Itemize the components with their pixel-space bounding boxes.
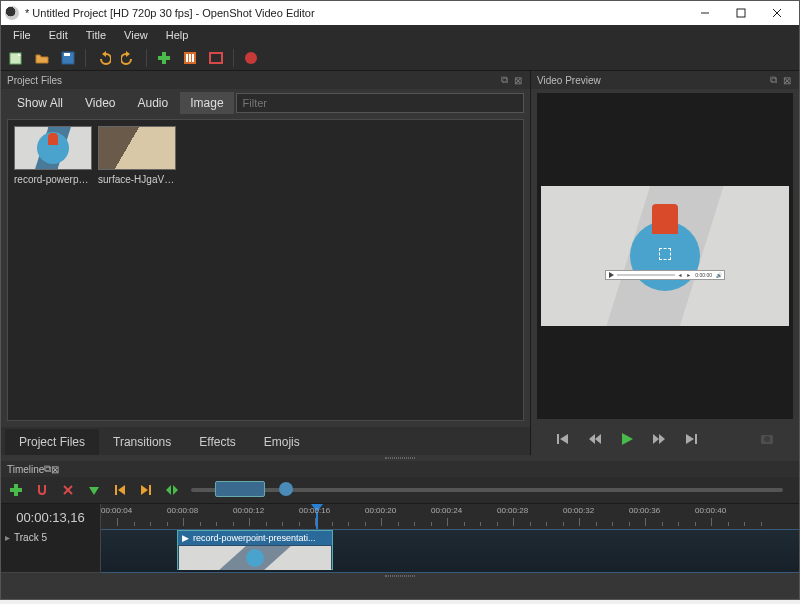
project-file-item[interactable]: record-powerpo...	[14, 126, 92, 414]
fast-forward-button[interactable]	[650, 430, 668, 448]
profile-button[interactable]	[179, 47, 201, 69]
menu-edit[interactable]: Edit	[41, 27, 76, 43]
project-file-item[interactable]: surface-HJgaV1...	[98, 126, 176, 414]
add-track-button[interactable]	[7, 481, 25, 499]
svg-marker-23	[653, 434, 659, 444]
svg-marker-22	[622, 433, 633, 445]
ruler-label: 00:00:36	[629, 506, 660, 515]
snapshot-button[interactable]	[758, 430, 776, 448]
zoom-region-handle[interactable]	[215, 481, 265, 497]
timeline-ruler: 00:00:13,16 00:00:0400:00:0800:00:1200:0…	[1, 503, 799, 529]
menu-view[interactable]: View	[116, 27, 156, 43]
snap-button[interactable]	[33, 481, 51, 499]
tab-project-files[interactable]: Project Files	[5, 429, 99, 455]
clip-label: record-powerpoint-presentati...	[193, 533, 316, 543]
rewind-button[interactable]	[586, 430, 604, 448]
timeline-clip[interactable]: ▶record-powerpoint-presentati...	[177, 530, 333, 570]
ruler-strip[interactable]: 00:00:0400:00:0800:00:1200:00:1600:00:20…	[101, 504, 799, 529]
project-file-label: record-powerpo...	[14, 174, 92, 185]
tab-emojis[interactable]: Emojis	[250, 429, 314, 455]
embedded-audio-bar: ◄►0:00:00🔊	[605, 270, 725, 280]
svg-marker-24	[659, 434, 665, 444]
jump-end-button[interactable]	[682, 430, 700, 448]
svg-rect-7	[64, 53, 70, 56]
svg-marker-33	[89, 487, 99, 495]
open-project-button[interactable]	[31, 47, 53, 69]
tab-effects[interactable]: Effects	[185, 429, 249, 455]
svg-marker-21	[595, 434, 601, 444]
ruler-label: 00:00:08	[167, 506, 198, 515]
track-header[interactable]: ▸Track 5	[1, 529, 101, 573]
svg-rect-34	[115, 485, 117, 495]
filter-row: Show All Video Audio Image	[1, 89, 530, 117]
close-pane-icon[interactable]: ⊠	[781, 74, 793, 86]
prev-marker-button[interactable]	[111, 481, 129, 499]
titlebar: * Untitled Project [HD 720p 30 fps] - Op…	[1, 1, 799, 25]
filter-input[interactable]	[236, 93, 524, 113]
video-preview-pane: Video Preview ⧉ ⊠ ◄►0:00:00🔊	[531, 71, 799, 455]
project-files-pane: Project Files ⧉ ⊠ Show All Video Audio I…	[1, 71, 531, 455]
menubar: File Edit Title View Help	[1, 25, 799, 45]
zoom-knob[interactable]	[279, 482, 293, 496]
filter-show-all[interactable]: Show All	[7, 92, 73, 114]
track-name: Track 5	[14, 532, 47, 543]
timeline-pane: Timeline ⧉ ⊠ 00:00:13,16	[1, 461, 799, 579]
tab-transitions[interactable]: Transitions	[99, 429, 185, 455]
app-icon	[5, 6, 19, 20]
undock-icon[interactable]: ⧉	[767, 74, 779, 86]
timeline-toolbar	[1, 477, 799, 503]
menu-title[interactable]: Title	[78, 27, 114, 43]
ruler-label: 00:00:24	[431, 506, 462, 515]
svg-rect-30	[10, 488, 22, 492]
svg-rect-15	[192, 54, 194, 62]
maximize-button[interactable]	[723, 1, 759, 25]
svg-rect-13	[186, 54, 188, 62]
jump-start-button[interactable]	[554, 430, 572, 448]
main-toolbar	[1, 45, 799, 71]
track-body[interactable]: ▶record-powerpoint-presentati...	[101, 529, 799, 573]
svg-marker-35	[118, 485, 125, 495]
play-button[interactable]	[618, 430, 636, 448]
svg-rect-37	[149, 485, 151, 495]
minimize-button[interactable]	[687, 1, 723, 25]
undock-icon[interactable]: ⧉	[498, 74, 510, 86]
svg-rect-18	[557, 434, 559, 444]
filter-audio[interactable]: Audio	[128, 92, 179, 114]
svg-point-17	[245, 52, 257, 64]
ruler-label: 00:00:28	[497, 506, 528, 515]
filter-image[interactable]: Image	[180, 92, 233, 114]
ruler-label: 00:00:16	[299, 506, 330, 515]
save-project-button[interactable]	[57, 47, 79, 69]
center-playhead-button[interactable]	[163, 481, 181, 499]
marker-button[interactable]	[85, 481, 103, 499]
project-files-list[interactable]: record-powerpo... surface-HJgaV1...	[7, 119, 524, 421]
application-window: * Untitled Project [HD 720p 30 fps] - Op…	[0, 0, 800, 600]
close-button[interactable]	[759, 1, 795, 25]
razor-button[interactable]	[59, 481, 77, 499]
project-files-title: Project Files	[7, 75, 62, 86]
svg-marker-25	[686, 434, 694, 444]
undo-button[interactable]	[92, 47, 114, 69]
preview-viewport[interactable]: ◄►0:00:00🔊	[537, 93, 793, 419]
video-preview-title: Video Preview	[537, 75, 601, 86]
menu-file[interactable]: File	[5, 27, 39, 43]
filter-video[interactable]: Video	[75, 92, 125, 114]
menu-help[interactable]: Help	[158, 27, 197, 43]
svg-rect-1	[737, 9, 745, 17]
clip-thumb-icon: ▶	[182, 533, 189, 543]
timeline-splitter[interactable]	[1, 573, 799, 579]
export-video-button[interactable]	[240, 47, 262, 69]
svg-marker-38	[166, 485, 171, 495]
redo-button[interactable]	[118, 47, 140, 69]
timeline-title: Timeline	[7, 464, 44, 475]
undock-icon[interactable]: ⧉	[44, 463, 51, 475]
svg-marker-20	[589, 434, 595, 444]
new-project-button[interactable]	[5, 47, 27, 69]
svg-point-28	[764, 436, 770, 442]
next-marker-button[interactable]	[137, 481, 155, 499]
fullscreen-button[interactable]	[205, 47, 227, 69]
svg-rect-16	[210, 53, 222, 63]
close-pane-icon[interactable]: ⊠	[512, 74, 524, 86]
import-files-button[interactable]	[153, 47, 175, 69]
close-pane-icon[interactable]: ⊠	[51, 464, 59, 475]
